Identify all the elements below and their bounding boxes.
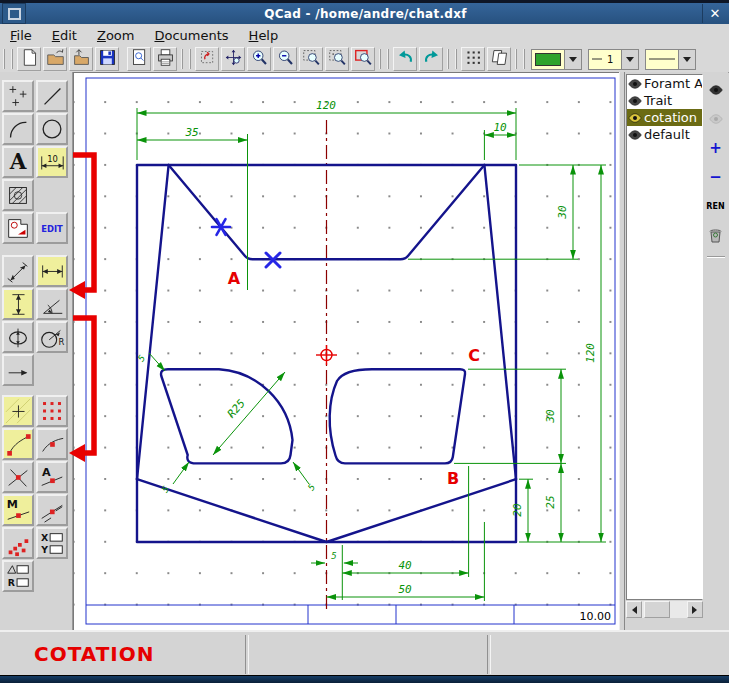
angle-radius-tool[interactable]: R bbox=[2, 560, 34, 592]
snap-free-tool[interactable] bbox=[2, 395, 34, 427]
points-tool[interactable] bbox=[2, 80, 34, 112]
snap-intersection-tool[interactable] bbox=[2, 461, 34, 493]
line-type-preview bbox=[647, 53, 677, 65]
layer-item-default[interactable]: default bbox=[627, 126, 702, 143]
zoom-previous-button[interactable] bbox=[351, 47, 375, 71]
layer-rename-button[interactable]: REN bbox=[706, 196, 726, 216]
snap-middle-tool[interactable]: M bbox=[2, 494, 34, 526]
snap-points-tool[interactable] bbox=[2, 527, 34, 559]
print-button[interactable] bbox=[153, 47, 177, 71]
coords-xy-tool[interactable]: XY bbox=[36, 527, 68, 559]
snap-endpoint-tool[interactable] bbox=[2, 428, 34, 460]
scrollbar-track[interactable] bbox=[642, 601, 687, 618]
dim-leader-tool[interactable] bbox=[2, 354, 34, 386]
hatch-tool[interactable] bbox=[2, 179, 34, 211]
right-eye bbox=[330, 369, 465, 463]
dim-vertical-tool[interactable] bbox=[2, 288, 34, 320]
window-bottom-edge bbox=[0, 675, 729, 683]
eye-icon bbox=[628, 113, 642, 123]
menu-documents[interactable]: Documents bbox=[144, 26, 238, 45]
scrollbar-thumb[interactable] bbox=[644, 601, 670, 618]
new-file-button[interactable] bbox=[17, 47, 41, 71]
redraw-button[interactable] bbox=[195, 47, 219, 71]
svg-text:30: 30 bbox=[544, 409, 557, 424]
window-menu-icon[interactable] bbox=[2, 3, 26, 24]
trash-icon bbox=[708, 227, 723, 243]
layer-name: cotation bbox=[644, 110, 697, 125]
drawing-canvas[interactable]: 10.00 bbox=[73, 72, 619, 630]
layer-name: Trait bbox=[644, 93, 672, 108]
linetype-combo[interactable] bbox=[645, 49, 696, 70]
dimension-menu[interactable]: 10 bbox=[36, 146, 68, 178]
color-combo[interactable] bbox=[531, 49, 582, 70]
eye-icon bbox=[628, 130, 642, 140]
snap-on-entity-tool[interactable] bbox=[36, 428, 68, 460]
grid-toggle-icon bbox=[464, 48, 483, 71]
layer-item-trait[interactable]: Trait bbox=[627, 92, 702, 109]
dim-radius-tool[interactable]: R bbox=[36, 321, 68, 353]
width-combo[interactable]: 1 bbox=[588, 49, 639, 70]
plus-icon: + bbox=[709, 139, 722, 157]
toolbar-handle[interactable] bbox=[515, 49, 525, 69]
zoom-in-icon bbox=[250, 48, 269, 71]
zoom-auto-button[interactable] bbox=[325, 47, 349, 71]
dim-horizontal-tool[interactable] bbox=[36, 255, 68, 287]
menu-help[interactable]: Help bbox=[239, 26, 289, 45]
print-preview-button[interactable] bbox=[127, 47, 151, 71]
snap-grid-tool[interactable] bbox=[36, 395, 68, 427]
color-combo-dropdown-button[interactable] bbox=[564, 50, 581, 69]
zoom-out-button[interactable] bbox=[273, 47, 297, 71]
edit-shape-tool[interactable] bbox=[2, 212, 34, 244]
paper-space-button[interactable] bbox=[487, 47, 511, 71]
redo-button[interactable] bbox=[419, 47, 443, 71]
layer-list-hscrollbar[interactable] bbox=[626, 601, 703, 618]
linetype-combo-dropdown-button[interactable] bbox=[678, 50, 695, 69]
edit-button[interactable]: EDIT bbox=[36, 212, 68, 244]
toolbar-handle[interactable] bbox=[447, 49, 457, 69]
snap-distance-tool[interactable] bbox=[36, 494, 68, 526]
left-arrow-icon bbox=[628, 606, 637, 614]
menu-edit[interactable]: Edit bbox=[42, 26, 87, 45]
layer-delete-button[interactable] bbox=[706, 225, 726, 245]
close-button[interactable]: ✕ bbox=[702, 4, 727, 23]
menu-file[interactable]: File bbox=[0, 26, 42, 45]
layer-item-foramt-a4[interactable]: Foramt A4 bbox=[627, 75, 702, 92]
menu-zoom[interactable]: Zoom bbox=[87, 26, 144, 45]
scroll-left-button[interactable] bbox=[626, 601, 642, 618]
layer-hide-all-button[interactable] bbox=[706, 109, 726, 129]
grid-toggle-button[interactable] bbox=[461, 47, 485, 71]
toolbar-handle[interactable] bbox=[3, 49, 13, 69]
dim-angular-tool[interactable] bbox=[36, 288, 68, 320]
snap-auto-tool[interactable]: A bbox=[36, 461, 68, 493]
zoom-in-button[interactable] bbox=[247, 47, 271, 71]
save-floppy-button[interactable] bbox=[95, 47, 119, 71]
origin-crosshair-icon bbox=[316, 345, 337, 365]
scroll-right-button[interactable] bbox=[687, 601, 703, 618]
width-combo-dropdown-button[interactable] bbox=[621, 50, 638, 69]
toolbar-handle[interactable] bbox=[379, 49, 389, 69]
redo-icon bbox=[422, 48, 441, 71]
layer-add-button[interactable]: + bbox=[706, 138, 726, 158]
import-file-button[interactable] bbox=[69, 47, 93, 71]
dim-aligned-tool[interactable] bbox=[2, 255, 34, 287]
circle-tool[interactable] bbox=[36, 113, 68, 145]
layer-name: Foramt A4 bbox=[644, 76, 703, 91]
line-tool[interactable] bbox=[36, 80, 68, 112]
zoom-window-button[interactable] bbox=[299, 47, 323, 71]
text-tool[interactable]: A bbox=[2, 146, 34, 178]
window-title: QCad - /home/andre/chat.dxf bbox=[29, 7, 702, 21]
layer-item-cotation[interactable]: cotation bbox=[627, 109, 702, 126]
layer-show-all-button[interactable] bbox=[706, 80, 726, 100]
svg-text:R25: R25 bbox=[225, 397, 248, 420]
dim-diameter-tool[interactable] bbox=[2, 321, 34, 353]
left-eye bbox=[161, 369, 292, 463]
open-folder-button[interactable] bbox=[43, 47, 67, 71]
divider bbox=[707, 256, 725, 258]
layer-remove-button[interactable]: − bbox=[706, 167, 726, 187]
new-file-icon bbox=[20, 48, 39, 71]
arc-tool[interactable] bbox=[2, 113, 34, 145]
pan-view-button[interactable] bbox=[221, 47, 245, 71]
toolbar-handle[interactable] bbox=[181, 49, 191, 69]
right-arrow-icon bbox=[692, 606, 701, 614]
undo-button[interactable] bbox=[393, 47, 417, 71]
